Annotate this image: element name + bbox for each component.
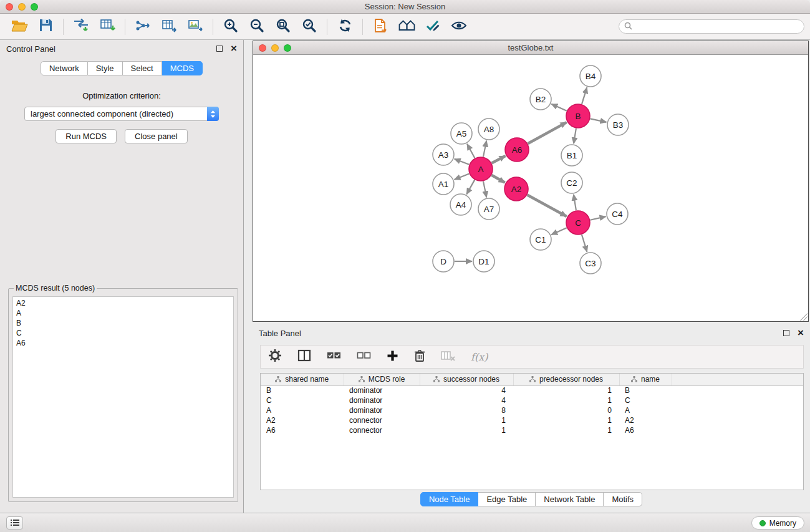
import-network-button[interactable]: [68, 16, 94, 37]
table-cell[interactable]: 1: [513, 395, 619, 405]
table-settings-button[interactable]: [268, 349, 282, 365]
graph-node-A5[interactable]: A5: [451, 123, 472, 144]
table-cell[interactable]: connector: [344, 425, 420, 435]
graph-edge-C-C1[interactable]: [551, 228, 567, 235]
tab-node-table[interactable]: Node Table: [420, 492, 479, 506]
tab-style[interactable]: Style: [88, 61, 123, 75]
network-graph[interactable]: B4B2BB3A5A8A6B1A3AA1A2C2A4A7C1CC4C3DD1: [253, 56, 808, 321]
graph-edge-C-C4[interactable]: [591, 216, 606, 220]
table-cell[interactable]: 4: [420, 385, 513, 395]
graph-edge-C-C3[interactable]: [582, 235, 587, 252]
graph-node-C3[interactable]: C3: [580, 253, 601, 274]
table-cell[interactable]: connector: [344, 415, 420, 425]
mcds-result-list[interactable]: A2ABCA6: [12, 296, 234, 498]
column-header-shared-name[interactable]: shared name: [261, 374, 344, 385]
export-table-button[interactable]: [156, 16, 182, 37]
graph-edge-A-A7[interactable]: [483, 181, 486, 198]
mcds-result-item[interactable]: A2: [16, 298, 230, 308]
graph-edge-A-A3[interactable]: [455, 159, 470, 165]
table-cell[interactable]: B: [619, 385, 672, 395]
table-cell[interactable]: 1: [513, 425, 619, 435]
task-history-button[interactable]: [6, 516, 23, 530]
column-header-mcds-role[interactable]: MCDS role: [344, 374, 420, 385]
node-table-row[interactable]: Adominator80A: [261, 405, 803, 415]
optimization-criterion-dropdown[interactable]: largest connected component (directed): [24, 107, 219, 121]
graph-edge-A-A2[interactable]: [491, 175, 504, 183]
table-cell[interactable]: 8: [420, 405, 513, 415]
graph-edge-B-B4[interactable]: [582, 87, 587, 104]
mcds-result-item[interactable]: B: [16, 318, 230, 328]
graph-node-B3[interactable]: B3: [607, 114, 629, 135]
export-network-button[interactable]: [130, 16, 156, 37]
graph-node-D1[interactable]: D1: [473, 251, 494, 272]
graph-edge-A6-B[interactable]: [528, 122, 567, 143]
graph-node-B2[interactable]: B2: [530, 89, 551, 110]
tab-mcds[interactable]: MCDS: [162, 61, 203, 75]
graph-edge-B-B1[interactable]: [574, 128, 576, 143]
zoom-fit-button[interactable]: [270, 16, 296, 37]
graph-node-B4[interactable]: B4: [580, 65, 601, 87]
column-header-predecessor-nodes[interactable]: predecessor nodes: [513, 374, 619, 385]
table-cell[interactable]: A2: [619, 415, 672, 425]
graph-edge-A-A1[interactable]: [455, 173, 470, 180]
graph-node-C[interactable]: C: [566, 211, 590, 235]
graph-node-A6[interactable]: A6: [505, 138, 529, 162]
memory-button[interactable]: Memory: [751, 516, 804, 530]
table-cell[interactable]: 1: [420, 425, 513, 435]
column-header-successor-nodes[interactable]: successor nodes: [420, 374, 513, 385]
network-canvas[interactable]: B4B2BB3A5A8A6B1A3AA1A2C2A4A7C1CC4C3DD1: [253, 56, 808, 321]
search-input[interactable]: [635, 22, 799, 31]
import-table-button[interactable]: [94, 16, 120, 37]
function-builder-button[interactable]: f(x): [471, 351, 488, 363]
graph-node-D[interactable]: D: [433, 251, 454, 272]
add-column-button[interactable]: [387, 350, 398, 364]
mcds-result-item[interactable]: A: [16, 308, 230, 318]
minimize-window-button[interactable]: [18, 3, 26, 11]
graph-edge-B-B3[interactable]: [591, 118, 607, 122]
table-cell[interactable]: B: [261, 385, 344, 395]
save-session-button[interactable]: [32, 16, 59, 37]
float-table-panel-icon[interactable]: [783, 330, 789, 336]
zoom-in-button[interactable]: [218, 16, 244, 37]
table-cell[interactable]: 0: [513, 405, 619, 415]
close-table-panel-icon[interactable]: ×: [798, 329, 804, 337]
table-cell[interactable]: 1: [420, 415, 513, 425]
close-view-button[interactable]: [259, 44, 266, 52]
graph-edge-A2-C[interactable]: [528, 195, 567, 216]
apply-style-button[interactable]: [420, 16, 446, 37]
table-cell[interactable]: 4: [420, 395, 513, 405]
show-columns-button[interactable]: [297, 349, 311, 364]
delete-column-button[interactable]: [441, 350, 455, 364]
zoom-window-button[interactable]: [31, 3, 38, 11]
home-view-button[interactable]: [393, 16, 420, 37]
run-mcds-button[interactable]: Run MCDS: [55, 129, 117, 143]
graph-node-C1[interactable]: C1: [530, 229, 551, 250]
graph-node-B[interactable]: B: [566, 104, 590, 128]
open-session-button[interactable]: [6, 16, 32, 37]
graph-node-A7[interactable]: A7: [478, 198, 499, 220]
table-cell[interactable]: 1: [513, 415, 619, 425]
graph-node-C2[interactable]: C2: [561, 172, 582, 193]
zoom-out-button[interactable]: [244, 16, 270, 37]
table-cell[interactable]: A6: [619, 425, 672, 435]
graph-node-A8[interactable]: A8: [478, 118, 499, 140]
graph-node-A4[interactable]: A4: [450, 194, 471, 215]
network-window-titlebar[interactable]: testGlobe.txt: [253, 41, 808, 55]
graph-edge-B-B2[interactable]: [551, 104, 567, 111]
tab-select[interactable]: Select: [123, 61, 162, 75]
table-cell[interactable]: A: [261, 405, 344, 415]
tab-network[interactable]: Network: [41, 61, 88, 75]
close-window-button[interactable]: [6, 3, 13, 11]
resize-grip[interactable]: [800, 313, 808, 321]
zoom-view-button[interactable]: [284, 44, 291, 52]
graph-edge-A-A8[interactable]: [483, 141, 486, 157]
table-cell[interactable]: A2: [261, 415, 344, 425]
tab-edge-table[interactable]: Edge Table: [478, 492, 536, 506]
show-hide-button[interactable]: [446, 16, 472, 37]
graph-node-C4[interactable]: C4: [607, 203, 628, 225]
graph-edge-A-A5[interactable]: [467, 144, 475, 158]
tab-network-table[interactable]: Network Table: [536, 492, 604, 506]
zoom-selected-button[interactable]: [296, 16, 322, 37]
graph-edge-C-C2[interactable]: [574, 195, 576, 210]
graph-node-B1[interactable]: B1: [561, 145, 582, 166]
